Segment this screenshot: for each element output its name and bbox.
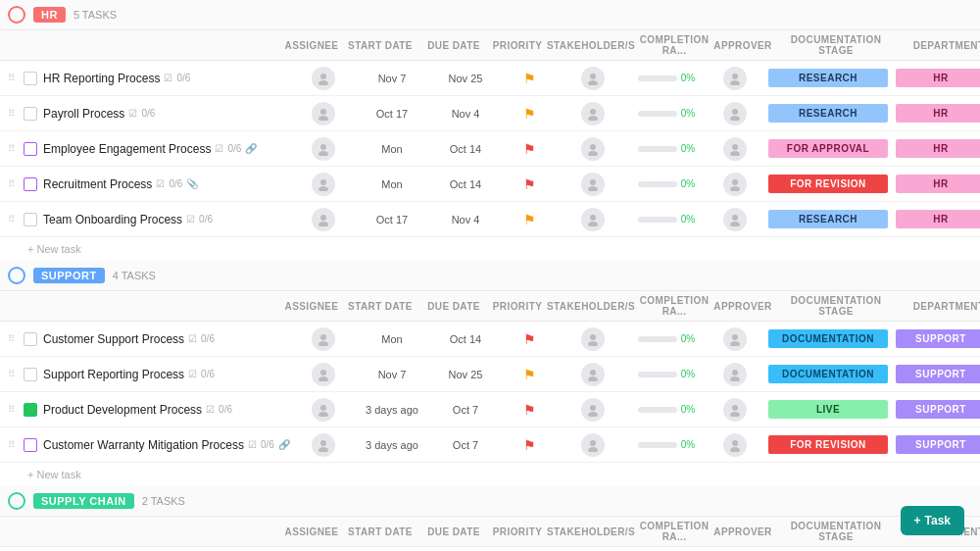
assignee-cell[interactable] bbox=[294, 102, 353, 125]
approver-avatar[interactable] bbox=[723, 433, 747, 457]
assignee-cell[interactable] bbox=[294, 67, 353, 90]
assignee-cell[interactable] bbox=[294, 363, 353, 386]
doc-stage-cell[interactable]: DOCUMENTATION bbox=[764, 329, 892, 348]
assignee-cell[interactable] bbox=[294, 398, 353, 422]
dept-cell[interactable]: SUPPORT bbox=[892, 329, 980, 348]
avatar[interactable] bbox=[312, 137, 335, 161]
stakeholder-avatar[interactable] bbox=[581, 137, 605, 161]
approver-avatar[interactable] bbox=[723, 67, 747, 90]
doc-stage-cell[interactable]: DOCUMENTATION bbox=[764, 365, 892, 383]
new-task-hr[interactable]: + New task bbox=[0, 237, 980, 261]
stakeholder-avatar[interactable] bbox=[581, 173, 605, 196]
drag-handle[interactable]: ⠿ bbox=[8, 333, 20, 344]
drag-handle[interactable]: ⠿ bbox=[8, 439, 20, 450]
drag-handle[interactable]: ⠿ bbox=[8, 404, 20, 415]
doc-stage-cell[interactable]: FOR REVISION bbox=[764, 175, 892, 193]
group-header-hr[interactable]: HR 5 TASKS bbox=[0, 0, 980, 30]
task-checkbox[interactable] bbox=[24, 403, 37, 417]
dept-cell[interactable]: SUPPORT bbox=[892, 400, 980, 419]
assignee-cell[interactable] bbox=[294, 327, 353, 351]
group-header-supply[interactable]: SUPPLY CHAIN 2 TASKS bbox=[0, 486, 980, 517]
drag-handle[interactable]: ⠿ bbox=[8, 143, 20, 154]
avatar[interactable] bbox=[312, 102, 335, 125]
task-checkbox[interactable] bbox=[24, 213, 37, 226]
assignee-cell[interactable] bbox=[294, 433, 353, 457]
task-checkbox[interactable] bbox=[24, 438, 37, 452]
approver-avatar[interactable] bbox=[723, 327, 747, 351]
approver-avatar[interactable] bbox=[723, 363, 747, 386]
dept-cell[interactable]: HR bbox=[892, 139, 980, 158]
doc-stage-cell[interactable]: RESEARCH bbox=[764, 104, 892, 123]
doc-stage-cell[interactable]: FOR REVISION bbox=[764, 435, 892, 454]
stakeholder-cell[interactable] bbox=[559, 433, 627, 457]
dept-cell[interactable]: SUPPORT bbox=[892, 365, 980, 383]
priority-cell[interactable]: ⚑ bbox=[500, 402, 559, 418]
dept-cell[interactable]: HR bbox=[892, 210, 980, 228]
approver-cell[interactable] bbox=[706, 433, 764, 457]
stakeholder-avatar[interactable] bbox=[581, 208, 605, 231]
approver-cell[interactable] bbox=[706, 327, 764, 351]
priority-cell[interactable]: ⚑ bbox=[500, 367, 559, 382]
assignee-cell[interactable] bbox=[294, 208, 353, 231]
dept-cell[interactable]: HR bbox=[892, 104, 980, 123]
priority-cell[interactable]: ⚑ bbox=[500, 141, 559, 157]
dept-cell[interactable]: SUPPORT bbox=[892, 435, 980, 454]
drag-handle[interactable]: ⠿ bbox=[8, 73, 20, 83]
task-checkbox[interactable] bbox=[24, 368, 37, 381]
dept-cell[interactable]: HR bbox=[892, 175, 980, 193]
priority-cell[interactable]: ⚑ bbox=[500, 71, 559, 86]
stakeholder-avatar[interactable] bbox=[581, 102, 605, 125]
avatar[interactable] bbox=[312, 173, 335, 196]
approver-avatar[interactable] bbox=[723, 208, 747, 231]
task-checkbox[interactable] bbox=[24, 107, 37, 121]
drag-handle[interactable]: ⠿ bbox=[8, 108, 20, 119]
priority-cell[interactable]: ⚑ bbox=[500, 176, 559, 192]
doc-stage-cell[interactable]: LIVE bbox=[764, 400, 892, 419]
stakeholder-cell[interactable] bbox=[559, 137, 627, 161]
stakeholder-cell[interactable] bbox=[559, 173, 627, 196]
assignee-cell[interactable] bbox=[294, 137, 353, 161]
task-checkbox[interactable] bbox=[24, 177, 37, 191]
approver-cell[interactable] bbox=[706, 102, 764, 125]
task-checkbox[interactable] bbox=[24, 332, 37, 346]
approver-avatar[interactable] bbox=[723, 173, 747, 196]
stakeholder-cell[interactable] bbox=[559, 398, 627, 422]
stakeholder-avatar[interactable] bbox=[581, 398, 605, 422]
priority-cell[interactable]: ⚑ bbox=[500, 437, 559, 453]
approver-cell[interactable] bbox=[706, 173, 764, 196]
approver-cell[interactable] bbox=[706, 398, 764, 422]
doc-stage-cell[interactable]: RESEARCH bbox=[764, 210, 892, 228]
drag-handle[interactable]: ⠿ bbox=[8, 214, 20, 225]
stakeholder-avatar[interactable] bbox=[581, 327, 605, 351]
dept-cell[interactable]: HR bbox=[892, 69, 980, 87]
priority-cell[interactable]: ⚑ bbox=[500, 331, 559, 347]
assignee-cell[interactable] bbox=[294, 173, 353, 196]
doc-stage-cell[interactable]: RESEARCH bbox=[764, 69, 892, 87]
drag-handle[interactable]: ⠿ bbox=[8, 178, 20, 189]
stakeholder-avatar[interactable] bbox=[581, 433, 605, 457]
approver-avatar[interactable] bbox=[723, 398, 747, 422]
avatar[interactable] bbox=[312, 327, 335, 351]
group-header-support[interactable]: SUPPORT 4 TASKS bbox=[0, 261, 980, 291]
stakeholder-cell[interactable] bbox=[559, 363, 627, 386]
approver-cell[interactable] bbox=[706, 363, 764, 386]
stakeholder-cell[interactable] bbox=[559, 208, 627, 231]
avatar[interactable] bbox=[312, 433, 335, 457]
priority-cell[interactable]: ⚑ bbox=[500, 212, 559, 227]
avatar[interactable] bbox=[312, 363, 335, 386]
stakeholder-cell[interactable] bbox=[559, 102, 627, 125]
approver-cell[interactable] bbox=[706, 208, 764, 231]
task-checkbox[interactable] bbox=[24, 142, 37, 156]
avatar[interactable] bbox=[312, 398, 335, 422]
approver-cell[interactable] bbox=[706, 67, 764, 90]
avatar[interactable] bbox=[312, 67, 335, 90]
stakeholder-avatar[interactable] bbox=[581, 67, 605, 90]
doc-stage-cell[interactable]: FOR APPROVAL bbox=[764, 139, 892, 158]
new-task-support[interactable]: + New task bbox=[0, 463, 980, 486]
stakeholder-avatar[interactable] bbox=[581, 363, 605, 386]
approver-avatar[interactable] bbox=[723, 137, 747, 161]
drag-handle[interactable]: ⠿ bbox=[8, 369, 20, 379]
stakeholder-cell[interactable] bbox=[559, 327, 627, 351]
approver-avatar[interactable] bbox=[723, 102, 747, 125]
add-task-button[interactable]: + Task bbox=[901, 506, 964, 535]
